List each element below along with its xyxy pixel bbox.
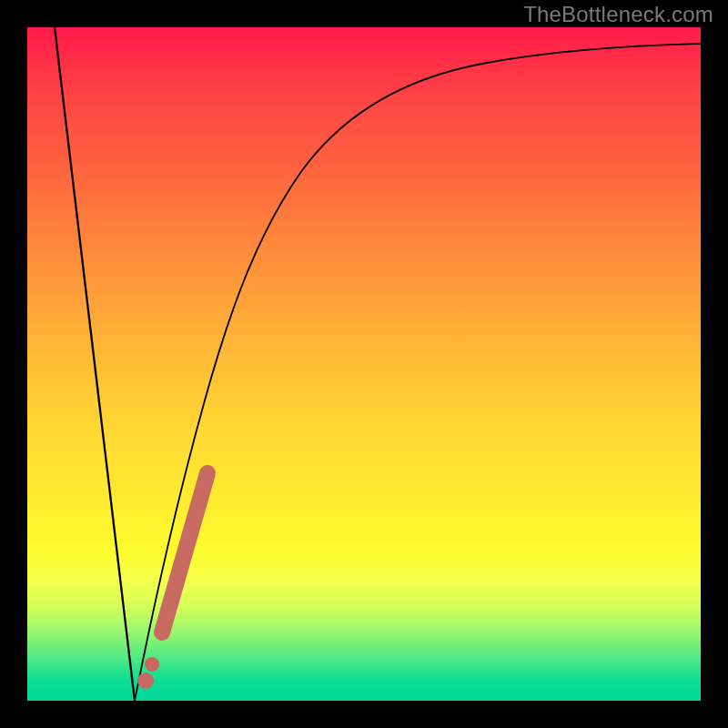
watermark-text: TheBottleneck.com bbox=[523, 2, 713, 27]
chart-overlay bbox=[27, 27, 701, 701]
highlighted-segment bbox=[162, 473, 207, 632]
plot-area bbox=[27, 27, 701, 701]
chart-frame: TheBottleneck.com bbox=[0, 0, 728, 728]
highlighted-dot-2 bbox=[145, 657, 159, 672]
highlighted-dot bbox=[137, 672, 154, 689]
curve-left-branch bbox=[55, 27, 135, 701]
curve-right-branch bbox=[135, 44, 701, 701]
